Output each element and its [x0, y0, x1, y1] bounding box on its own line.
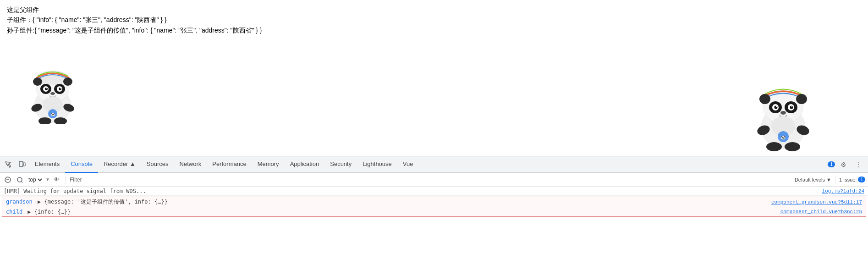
tab-sources[interactable]: Sources [141, 156, 174, 173]
svg-point-4 [63, 77, 72, 86]
default-levels-btn[interactable]: Default levels ▼ [795, 177, 831, 182]
file-link-log[interactable]: log.js?1afd:24 [822, 188, 864, 194]
console-line-child: child ▶ {info: {…}} component_child.vue?… [2, 207, 866, 216]
filter-icon-btn[interactable] [15, 175, 25, 185]
highlighted-console-block: grandson ▶ {message: '这是子组件的传值', info: {… [2, 197, 866, 217]
toolbar-right-section: Default levels ▼ 1 Issue: 1 [795, 176, 865, 184]
clear-console-btn[interactable] [3, 175, 13, 185]
panda-right-image: 🐼 [753, 78, 813, 151]
console-line-grandson: grandson ▶ {message: '这是子组件的传值', info: {… [2, 197, 866, 207]
tab-elements[interactable]: Elements [29, 156, 65, 173]
svg-rect-42 [23, 163, 25, 166]
console-toolbar: top ▼ 👁 Default levels ▼ 1 Issue: 1 [0, 173, 868, 187]
svg-point-32 [791, 106, 792, 107]
file-link-grandson[interactable]: component_grandson.vue?5d11:17 [771, 199, 862, 205]
child-label: child [6, 209, 22, 215]
svg-point-23 [759, 94, 770, 104]
grandson-value: ▶ {message: '这是子组件的传值', info: {…}} [38, 199, 168, 205]
console-line-hmr: [HMR] Waiting for update signal from WDS… [0, 187, 868, 196]
tab-lighthouse[interactable]: Lighthouse [357, 156, 397, 173]
panda-left-image: 🐼 [27, 64, 78, 124]
tab-vue[interactable]: Vue [397, 156, 419, 173]
tab-application[interactable]: Application [285, 156, 325, 173]
main-content: 这是父组件 子组件：{ "info": { "name": "张三", "add… [0, 0, 868, 156]
issue-count-badge: 1 [858, 177, 865, 182]
devtools-tab-bar: Elements Console Recorder ▲ Sources Netw… [0, 156, 868, 173]
svg-point-3 [33, 77, 42, 86]
tab-security[interactable]: Security [324, 156, 357, 173]
page-line3: 孙子组件:{ "message": "这是子组件的传值", "info": { … [7, 25, 861, 35]
eye-toggle-btn[interactable]: 👁 [52, 175, 62, 185]
page-line1: 这是父组件 [7, 5, 861, 15]
svg-text:🐼: 🐼 [781, 135, 786, 140]
tab-network[interactable]: Network [174, 156, 207, 173]
svg-point-10 [59, 88, 61, 90]
svg-point-24 [796, 94, 807, 104]
page-line2: 子组件：{ "info": { "name": "张三", "address":… [7, 15, 861, 25]
inspect-icon-btn[interactable] [2, 158, 15, 171]
tab-performance[interactable]: Performance [207, 156, 252, 173]
svg-text:🐼: 🐼 [51, 112, 55, 116]
svg-line-46 [22, 181, 23, 182]
devtools-tab-right: 1 ⚙ ⋮ [828, 158, 866, 171]
svg-point-13 [50, 92, 55, 95]
more-options-icon[interactable]: ⋮ [852, 158, 865, 171]
console-output[interactable]: [HMR] Waiting for update signal from WDS… [0, 187, 868, 254]
child-value: ▶ {info: {…}} [27, 209, 71, 215]
grandson-label: grandson [6, 199, 33, 205]
svg-point-37 [785, 142, 800, 151]
context-selector[interactable]: top [27, 176, 44, 183]
svg-point-36 [766, 142, 782, 151]
issue-badge-container: 1 Issue: 1 [839, 177, 865, 182]
notification-badge: 1 [828, 161, 835, 167]
devtools-panel: Elements Console Recorder ▲ Sources Netw… [0, 156, 868, 254]
svg-rect-41 [19, 161, 23, 166]
filter-input[interactable] [70, 175, 793, 184]
svg-point-33 [780, 111, 786, 115]
device-toggle-btn[interactable] [16, 158, 28, 171]
tab-console[interactable]: Console [65, 156, 98, 173]
svg-point-11 [46, 88, 47, 88]
svg-point-9 [45, 88, 48, 90]
settings-gear-icon[interactable]: ⚙ [837, 158, 850, 171]
tab-recorder[interactable]: Recorder ▲ [98, 156, 141, 173]
file-link-child[interactable]: component_child.vue?b36c:25 [780, 209, 862, 215]
hmr-text: [HMR] Waiting for update signal from WDS… [4, 188, 146, 194]
tab-memory[interactable]: Memory [252, 156, 285, 173]
svg-point-31 [776, 106, 777, 107]
svg-point-12 [60, 88, 61, 88]
